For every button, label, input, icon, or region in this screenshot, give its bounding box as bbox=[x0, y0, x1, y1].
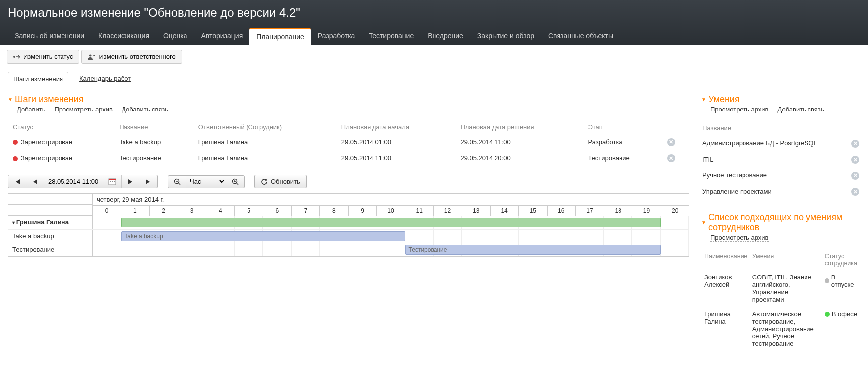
gantt-body: Гришина ГалинаTake a backupTake a backup… bbox=[8, 216, 689, 256]
hour-cell: 3 bbox=[178, 206, 206, 216]
steps-add-link[interactable]: Добавить bbox=[17, 106, 45, 113]
action-bar: Изменить статус Изменить ответственного bbox=[0, 45, 868, 69]
last-icon[interactable] bbox=[139, 175, 157, 188]
next-icon[interactable] bbox=[122, 175, 139, 188]
gantt-row-label[interactable]: Гришина Галина bbox=[8, 216, 93, 229]
hour-cell: 0 bbox=[93, 206, 121, 216]
status-label: Зарегистрирован bbox=[21, 138, 72, 146]
tab-authorization[interactable]: Авторизация bbox=[194, 28, 249, 45]
cell-name: Take a backup bbox=[114, 134, 193, 150]
sub-tab-steps[interactable]: Шаги изменения bbox=[8, 72, 68, 86]
gantt-row-cells: Take a backup bbox=[93, 230, 689, 243]
hour-cell: 5 bbox=[235, 206, 263, 216]
tab-testing[interactable]: Тестирование bbox=[362, 28, 421, 45]
cell-phase: Тестирование bbox=[583, 150, 662, 166]
skills-archive-link[interactable]: Просмотреть архив bbox=[710, 106, 769, 113]
zoom-out-icon[interactable] bbox=[168, 176, 186, 188]
steps-archive-link[interactable]: Просмотреть архив bbox=[54, 106, 113, 113]
prev-icon[interactable] bbox=[26, 175, 44, 188]
skills-title: Умения bbox=[701, 94, 860, 105]
emp-status: В отпуске bbox=[823, 271, 859, 306]
change-assignee-label: Изменить ответственного bbox=[99, 53, 175, 60]
tab-planning[interactable]: Планирование bbox=[249, 28, 311, 45]
tab-record[interactable]: Запись об изменении bbox=[8, 28, 91, 45]
status-dot-icon bbox=[13, 156, 18, 161]
tab-evaluation[interactable]: Оценка bbox=[156, 28, 194, 45]
skills-section: Умения Просмотреть архив Добавить связь … bbox=[701, 94, 860, 200]
list-item[interactable]: ITIL✕ bbox=[702, 152, 859, 167]
list-item[interactable]: Администрирование БД - PosrtgreSQL✕ bbox=[702, 136, 859, 151]
refresh-label: Обновить bbox=[271, 178, 300, 185]
change-assignee-button[interactable]: Изменить ответственного bbox=[81, 50, 182, 64]
gantt-bar[interactable] bbox=[121, 218, 661, 227]
remove-icon[interactable]: ✕ bbox=[851, 156, 859, 164]
gantt-bar[interactable]: Take a backup bbox=[121, 231, 405, 241]
employees-links: Просмотреть архив bbox=[710, 234, 860, 242]
col-due: Плановая дата решения bbox=[455, 120, 583, 134]
first-icon[interactable] bbox=[8, 175, 26, 188]
tab-classification[interactable]: Классификация bbox=[91, 28, 156, 45]
steps-title: Шаги изменения bbox=[8, 94, 689, 105]
remove-icon[interactable]: ✕ bbox=[667, 138, 675, 146]
emp-col-status: Статус сотрудника bbox=[823, 250, 859, 270]
steps-addlink-link[interactable]: Добавить связь bbox=[122, 106, 168, 113]
cell-assignee: Гришина Галина bbox=[193, 150, 336, 166]
main-tabs: Запись об изменении Классификация Оценка… bbox=[8, 26, 860, 45]
remove-icon[interactable]: ✕ bbox=[851, 172, 859, 180]
tab-closure[interactable]: Закрытие и обзор bbox=[470, 28, 541, 45]
steps-section: Шаги изменения Добавить Просмотреть архи… bbox=[8, 94, 689, 257]
list-item[interactable]: Ручное тестирование✕ bbox=[702, 168, 859, 183]
hour-cell: 10 bbox=[377, 206, 405, 216]
gantt-bar[interactable]: Тестирование bbox=[405, 245, 661, 255]
list-item[interactable]: Управление проектами✕ bbox=[702, 184, 859, 200]
status-dot-icon bbox=[825, 278, 829, 283]
employees-archive-link[interactable]: Просмотреть архив bbox=[710, 234, 769, 242]
tab-related[interactable]: Связанные объекты bbox=[541, 28, 620, 45]
cell-due: 29.05.2014 11:00 bbox=[455, 134, 583, 150]
gantt-row-label[interactable]: Take a backup bbox=[8, 230, 93, 243]
gantt-row-label[interactable]: Тестирование bbox=[8, 243, 93, 256]
hour-cell: 1 bbox=[121, 206, 149, 216]
page-title: Нормальное изменение "Обновление до верс… bbox=[8, 6, 860, 26]
tab-development[interactable]: Разработка bbox=[311, 28, 362, 45]
svg-rect-3 bbox=[109, 179, 116, 180]
gantt-row: Take a backupTake a backup bbox=[8, 229, 689, 243]
cell-due: 29.05.2014 20:00 bbox=[455, 150, 583, 166]
sub-tab-calendar[interactable]: Календарь работ bbox=[74, 72, 136, 86]
svg-rect-6 bbox=[114, 181, 115, 182]
change-status-label: Изменить статус bbox=[23, 53, 73, 60]
table-row[interactable]: Зарегистрирован Тестирование Гришина Гал… bbox=[8, 150, 689, 166]
table-row[interactable]: Гришина ГалинаАвтоматическое тестировани… bbox=[702, 307, 859, 350]
date-nav-group bbox=[8, 175, 158, 188]
arrows-icon bbox=[13, 54, 20, 60]
skills-addlink-link[interactable]: Добавить связь bbox=[778, 106, 824, 113]
hour-cell: 20 bbox=[661, 206, 689, 216]
emp-name: Зонтиков Алексей bbox=[702, 271, 749, 306]
remove-icon[interactable]: ✕ bbox=[851, 140, 859, 148]
svg-rect-5 bbox=[112, 181, 113, 182]
refresh-button[interactable]: Обновить bbox=[254, 175, 307, 188]
unit-select[interactable]: Час bbox=[186, 177, 226, 186]
remove-icon[interactable]: ✕ bbox=[667, 154, 675, 162]
gantt-row: Гришина Галина bbox=[8, 216, 689, 229]
change-status-button[interactable]: Изменить статус bbox=[7, 50, 79, 64]
cell-start: 29.05.2014 01:00 bbox=[336, 134, 456, 150]
content: Шаги изменения Добавить Просмотреть архи… bbox=[0, 86, 868, 371]
cell-start: 29.05.2014 11:00 bbox=[336, 150, 456, 166]
remove-icon[interactable]: ✕ bbox=[851, 188, 859, 196]
col-assignee: Ответственный (Сотрудник) bbox=[193, 120, 336, 134]
gantt-chart: четверг, 29 мая 2014 г. 0123456789101112… bbox=[8, 193, 689, 257]
date-input[interactable] bbox=[46, 178, 101, 185]
skills-table: Название Администрирование БД - Posrtgre… bbox=[701, 120, 860, 200]
tab-implementation[interactable]: Внедрение bbox=[421, 28, 470, 45]
status-dot-icon bbox=[825, 312, 830, 317]
gantt-row-cells bbox=[93, 216, 689, 229]
table-row[interactable]: Зарегистрирован Take a backup Гришина Га… bbox=[8, 134, 689, 150]
gantt-left-header bbox=[8, 194, 93, 216]
emp-status: В офисе bbox=[823, 307, 859, 350]
svg-point-1 bbox=[89, 54, 92, 56]
zoom-in-icon[interactable] bbox=[226, 176, 244, 188]
steps-table: Статус Название Ответственный (Сотрудник… bbox=[8, 120, 689, 166]
table-row[interactable]: Зонтиков АлексейCOBIT, ITIL, Знание англ… bbox=[702, 271, 859, 306]
calendar-icon[interactable] bbox=[103, 175, 122, 188]
